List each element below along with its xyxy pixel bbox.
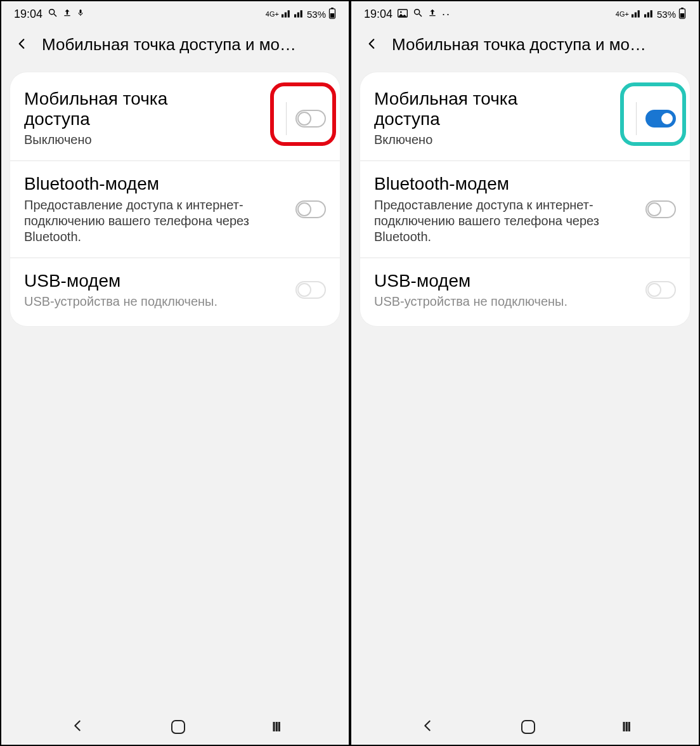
bluetooth-subtitle: Предоставление доступа к интернет-подклю…: [24, 197, 290, 245]
status-bar: 19:04 4G+ 53%: [1, 1, 349, 27]
nav-home-button[interactable]: [521, 720, 535, 734]
svg-rect-6: [331, 8, 334, 9]
usb-toggle: [645, 281, 676, 299]
usb-subtitle: USB-устройства не подключены.: [374, 294, 640, 310]
search-icon: [413, 8, 423, 21]
battery-percent: 53%: [307, 9, 326, 20]
svg-point-10: [415, 9, 420, 14]
row-usb-tether: USB-модем USB-устройства не подключены.: [360, 258, 690, 322]
settings-card: Мобильная точка доступа Включено Bluetoo…: [360, 72, 690, 326]
toggle-separator: [286, 102, 287, 135]
svg-rect-12: [429, 15, 435, 16]
toggle-separator: [636, 102, 637, 135]
battery-percent: 53%: [657, 9, 676, 20]
bluetooth-toggle[interactable]: [645, 200, 676, 218]
signal-icon-2: [294, 9, 304, 20]
status-bar: 19:04 ·· 4G+ 53%: [351, 1, 699, 27]
signal-icon: [632, 9, 642, 20]
network-label: 4G+: [616, 10, 629, 18]
nav-recents-button[interactable]: III: [272, 719, 280, 735]
hotspot-title: Мобильная точка доступа: [24, 89, 281, 129]
svg-point-0: [49, 9, 55, 14]
row-mobile-hotspot[interactable]: Мобильная точка доступа Выключено: [10, 76, 340, 160]
hotspot-title: Мобильная точка доступа: [374, 89, 631, 129]
svg-rect-15: [680, 13, 684, 18]
battery-icon: [328, 8, 336, 21]
network-label: 4G+: [266, 10, 279, 18]
svg-rect-3: [80, 10, 82, 13]
page-title: Мобильная точка доступа и мо…: [42, 35, 339, 55]
usb-toggle: [295, 281, 326, 299]
page-header: Мобильная точка доступа и мо…: [351, 27, 699, 62]
row-usb-tether: USB-модем USB-устройства не подключены.: [10, 258, 340, 322]
upload-icon: [63, 8, 72, 21]
signal-icon-2: [644, 9, 654, 20]
signal-icon: [282, 9, 292, 20]
svg-rect-7: [330, 13, 334, 18]
settings-card: Мобильная точка доступа Выключено Blueto…: [10, 72, 340, 326]
nav-recents-button[interactable]: III: [622, 719, 630, 735]
status-time: 19:04: [364, 8, 392, 21]
usb-subtitle: USB-устройства не подключены.: [24, 294, 290, 310]
phone-screen-right: 19:04 ·· 4G+ 53%: [350, 0, 700, 746]
row-mobile-hotspot[interactable]: Мобильная точка доступа Включено: [360, 76, 690, 160]
back-button[interactable]: [11, 32, 32, 57]
svg-rect-2: [64, 15, 70, 16]
battery-icon: [678, 8, 686, 21]
bluetooth-title: Bluetooth-модем: [374, 174, 640, 194]
bluetooth-toggle[interactable]: [295, 200, 326, 218]
nav-home-button[interactable]: [171, 720, 185, 734]
phone-screen-left: 19:04 4G+ 53%: [0, 0, 350, 746]
hotspot-subtitle: Включено: [374, 132, 631, 148]
system-navbar: III: [1, 709, 349, 745]
svg-line-11: [419, 14, 422, 16]
nav-back-button[interactable]: [70, 717, 84, 737]
system-navbar: III: [351, 709, 699, 745]
page-header: Мобильная точка доступа и мо…: [1, 27, 349, 62]
status-time: 19:04: [14, 8, 42, 21]
back-button[interactable]: [361, 32, 382, 57]
svg-rect-14: [681, 8, 684, 9]
svg-line-1: [54, 14, 56, 16]
image-icon: [398, 8, 408, 21]
hotspot-subtitle: Выключено: [24, 132, 281, 148]
row-bluetooth-tether[interactable]: Bluetooth-модем Предоставление доступа к…: [360, 160, 690, 257]
page-title: Мобильная точка доступа и мо…: [392, 35, 689, 55]
bluetooth-title: Bluetooth-модем: [24, 174, 290, 194]
search-icon: [48, 8, 58, 21]
usb-title: USB-модем: [374, 271, 640, 291]
bluetooth-subtitle: Предоставление доступа к интернет-подклю…: [374, 197, 640, 245]
more-icon: ··: [442, 8, 451, 21]
usb-title: USB-модем: [24, 271, 290, 291]
svg-point-9: [400, 11, 402, 13]
mic-icon: [77, 8, 84, 21]
hotspot-toggle[interactable]: [295, 110, 326, 128]
hotspot-toggle[interactable]: [645, 110, 676, 128]
nav-back-button[interactable]: [420, 717, 434, 737]
upload-icon: [428, 8, 437, 21]
row-bluetooth-tether[interactable]: Bluetooth-модем Предоставление доступа к…: [10, 160, 340, 257]
